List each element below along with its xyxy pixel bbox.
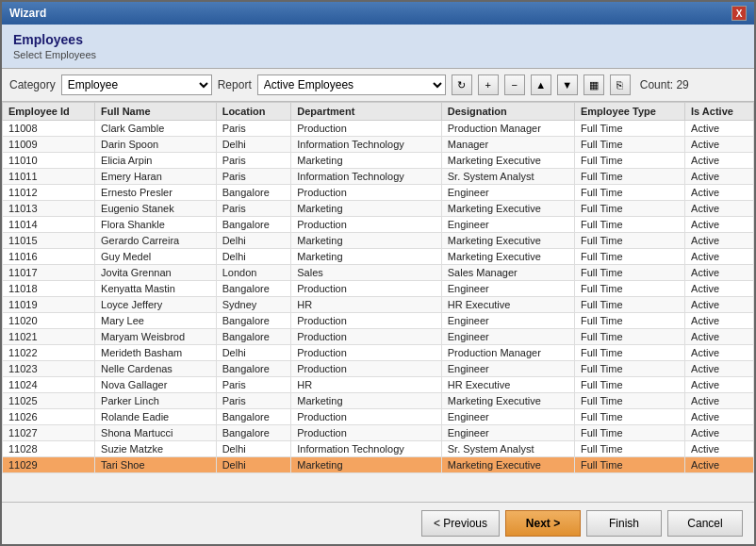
table-cell: HR (291, 297, 441, 313)
table-cell: 11011 (3, 169, 95, 185)
table-cell: Active (685, 233, 754, 249)
table-cell: Marketing Executive (441, 201, 574, 217)
table-cell: Production (291, 185, 441, 201)
table-cell: Loyce Jeffery (95, 297, 217, 313)
table-cell: Manager (441, 137, 574, 153)
table-cell: 11016 (3, 249, 95, 265)
table-cell: Shona Martucci (95, 425, 217, 441)
header-title: Employees (13, 32, 743, 47)
table-cell: Production (291, 425, 441, 441)
table-row[interactable]: 11017Jovita GrennanLondonSalesSales Mana… (3, 265, 754, 281)
table-cell: London (216, 265, 291, 281)
table-row[interactable]: 11019Loyce JefferySydneyHRHR ExecutiveFu… (3, 297, 754, 313)
table-cell: Bangalore (216, 409, 291, 425)
table-row[interactable]: 11028Suzie MatzkeDelhiInformation Techno… (3, 441, 754, 457)
table-cell: Full Time (574, 425, 684, 441)
table-cell: Full Time (574, 217, 684, 233)
table-row[interactable]: 11010Elicia ArpinParisMarketingMarketing… (3, 153, 754, 169)
table-row[interactable]: 11020Mary LeeBangaloreProductionEngineer… (3, 313, 754, 329)
table-cell: HR Executive (441, 297, 574, 313)
table-cell: Sr. System Analyst (441, 441, 574, 457)
table-row[interactable]: 11013Eugenio StanekParisMarketingMarketi… (3, 201, 754, 217)
table-cell: Full Time (574, 345, 684, 361)
table-cell: Full Time (574, 409, 684, 425)
table-cell: 11028 (3, 441, 95, 457)
remove-button[interactable]: − (504, 74, 525, 95)
table-cell: Production Manager (441, 121, 574, 137)
report-select[interactable]: Active Employees All Employees Inactive … (257, 74, 446, 95)
table-cell: Full Time (574, 185, 684, 201)
table-cell: Delhi (216, 345, 291, 361)
column-header-is-active[interactable]: Is Active (685, 103, 754, 121)
table-cell: Marketing (291, 153, 441, 169)
table-row[interactable]: 11025Parker LinchParisMarketingMarketing… (3, 393, 754, 409)
table-cell: 11015 (3, 233, 95, 249)
table-cell: Information Technology (291, 441, 441, 457)
filter-button[interactable]: ▦ (583, 74, 604, 95)
table-row[interactable]: 11018Kenyatta MastinBangaloreProductionE… (3, 281, 754, 297)
next-button[interactable]: Next > (505, 510, 581, 537)
table-row[interactable]: 11027Shona MartucciBangaloreProductionEn… (3, 425, 754, 441)
table-cell: Active (685, 297, 754, 313)
table-row[interactable]: 11015Gerardo CarreiraDelhiMarketingMarke… (3, 233, 754, 249)
table-row[interactable]: 11029Tari ShoeDelhiMarketingMarketing Ex… (3, 457, 754, 473)
export-button[interactable]: ⎘ (610, 74, 631, 95)
cancel-button[interactable]: Cancel (667, 510, 743, 537)
table-cell: Information Technology (291, 137, 441, 153)
table-row[interactable]: 11014Flora ShankleBangaloreProductionEng… (3, 217, 754, 233)
close-button[interactable]: X (731, 6, 747, 21)
table-cell: Full Time (574, 233, 684, 249)
table-cell: Parker Linch (95, 393, 217, 409)
down-button[interactable]: ▼ (557, 74, 578, 95)
table-cell: 11018 (3, 281, 95, 297)
table-cell: Full Time (574, 313, 684, 329)
column-header-full-name[interactable]: Full Name (95, 103, 217, 121)
table-cell: Emery Haran (95, 169, 217, 185)
table-cell: Active (685, 457, 754, 473)
table-row[interactable]: 11008Clark GambleParisProductionProducti… (3, 121, 754, 137)
column-header-location[interactable]: Location (216, 103, 291, 121)
column-header-employee-type[interactable]: Employee Type (574, 103, 684, 121)
column-header-department[interactable]: Department (291, 103, 441, 121)
table-cell: Elicia Arpin (95, 153, 217, 169)
table-cell: Full Time (574, 281, 684, 297)
up-button[interactable]: ▲ (531, 74, 551, 95)
table-cell: Ernesto Presler (95, 185, 217, 201)
table-cell: Full Time (574, 393, 684, 409)
table-cell: Full Time (574, 377, 684, 393)
previous-button[interactable]: < Previous (421, 510, 500, 537)
table-cell: Information Technology (291, 169, 441, 185)
category-label: Category (9, 78, 56, 91)
table-cell: Paris (216, 377, 291, 393)
table-cell: 11008 (3, 121, 95, 137)
table-wrapper[interactable]: Employee IdFull NameLocationDepartmentDe… (2, 102, 754, 502)
column-header-employee-id[interactable]: Employee Id (3, 103, 95, 121)
table-cell: Active (685, 169, 754, 185)
table-cell: Paris (216, 169, 291, 185)
table-row[interactable]: 11024Nova GallagerParisHRHR ExecutiveFul… (3, 377, 754, 393)
table-row[interactable]: 11026Rolande EadieBangaloreProductionEng… (3, 409, 754, 425)
table-cell: Nelle Cardenas (95, 361, 217, 377)
finish-button[interactable]: Finish (586, 510, 662, 537)
table-cell: 11029 (3, 457, 95, 473)
wizard-window: Wizard X Employees Select Employees Cate… (0, 0, 756, 546)
category-select[interactable]: Employee Department Team (61, 74, 212, 95)
table-cell: Active (685, 217, 754, 233)
table-row[interactable]: 11012Ernesto PreslerBangaloreProductionE… (3, 185, 754, 201)
table-row[interactable]: 11023Nelle CardenasBangaloreProductionEn… (3, 361, 754, 377)
table-cell: Paris (216, 153, 291, 169)
table-cell: Bangalore (216, 329, 291, 345)
table-cell: 11014 (3, 217, 95, 233)
table-cell: Engineer (441, 329, 574, 345)
refresh-button[interactable]: ↻ (452, 74, 472, 95)
column-header-designation[interactable]: Designation (441, 103, 574, 121)
table-row[interactable]: 11021Maryam WeisbrodBangaloreProductionE… (3, 329, 754, 345)
table-row[interactable]: 11009Darin SpoonDelhiInformation Technol… (3, 137, 754, 153)
add-button[interactable]: + (478, 74, 499, 95)
table-cell: Sydney (216, 297, 291, 313)
table-cell: Active (685, 281, 754, 297)
table-row[interactable]: 11011Emery HaranParisInformation Technol… (3, 169, 754, 185)
table-row[interactable]: 11022Merideth BashamDelhiProductionProdu… (3, 345, 754, 361)
table-cell: Sr. System Analyst (441, 169, 574, 185)
table-row[interactable]: 11016Guy MedelDelhiMarketingMarketing Ex… (3, 249, 754, 265)
